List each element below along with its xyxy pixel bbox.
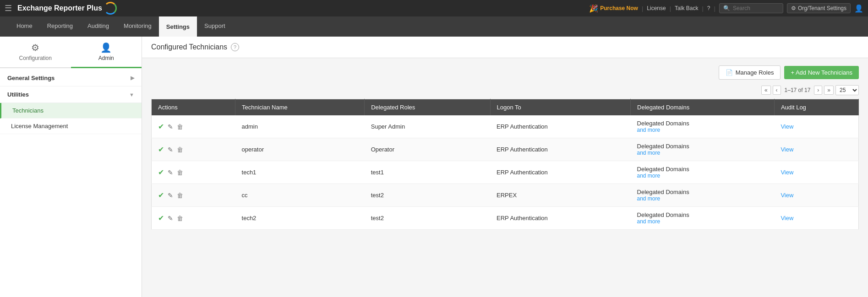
gear-tab-icon: ⚙ bbox=[31, 42, 39, 53]
purchase-icon: 🎉 bbox=[589, 4, 598, 13]
col-audit-log: Audit Log bbox=[774, 99, 858, 116]
nav-auditing[interactable]: Auditing bbox=[80, 16, 116, 37]
activate-icon[interactable]: ✔ bbox=[158, 122, 164, 131]
edit-icon[interactable]: ✎ bbox=[168, 123, 173, 130]
delete-icon[interactable]: 🗑 bbox=[177, 123, 183, 130]
next-page-button[interactable]: › bbox=[814, 86, 822, 95]
admin-tab-label: Admin bbox=[98, 55, 114, 61]
layout: ⚙ Configuration 👤 Admin General Settings… bbox=[0, 37, 868, 297]
page-size-select[interactable]: 25 50 100 bbox=[835, 85, 859, 95]
nav-items: Home Reporting Auditing Monitoring Setti… bbox=[9, 16, 233, 37]
utilities-arrow-icon: ▼ bbox=[129, 92, 134, 97]
edit-icon[interactable]: ✎ bbox=[168, 192, 173, 199]
delete-icon[interactable]: 🗑 bbox=[177, 192, 183, 199]
edit-icon[interactable]: ✎ bbox=[168, 146, 173, 153]
help-icon-button[interactable]: ? bbox=[231, 43, 239, 51]
col-delegated-roles: Delegated Roles bbox=[365, 99, 490, 116]
view-audit-link[interactable]: View bbox=[781, 169, 793, 176]
delete-icon[interactable]: 🗑 bbox=[177, 146, 183, 153]
col-logon-to: Logon To bbox=[490, 99, 630, 116]
table-row: ✔ ✎ 🗑 tech1 test1 ERP Authentication Del… bbox=[152, 161, 859, 184]
brand-logo: Exchange Reporter Plus bbox=[17, 2, 117, 15]
manage-roles-button[interactable]: 📄 Manage Roles bbox=[719, 65, 781, 80]
nav-home[interactable]: Home bbox=[9, 16, 40, 37]
sidebar: ⚙ Configuration 👤 Admin General Settings… bbox=[0, 37, 142, 297]
sidebar-item-license-management[interactable]: License Management bbox=[0, 119, 142, 134]
activate-icon[interactable]: ✔ bbox=[158, 168, 164, 177]
view-audit-link[interactable]: View bbox=[781, 146, 793, 153]
row-audit-log: View bbox=[774, 115, 858, 138]
general-settings-section[interactable]: General Settings ▶ bbox=[0, 70, 142, 86]
brand-arc-icon bbox=[104, 2, 117, 15]
delete-icon[interactable]: 🗑 bbox=[177, 169, 183, 176]
row-delegated-roles: test1 bbox=[365, 161, 490, 184]
nav-settings[interactable]: Settings bbox=[159, 16, 197, 37]
org-settings-button[interactable]: ⚙ Org/Tenant Settings bbox=[787, 3, 851, 13]
view-audit-link[interactable]: View bbox=[781, 215, 793, 221]
sidebar-tab-admin[interactable]: 👤 Admin bbox=[71, 37, 142, 68]
document-icon: 📄 bbox=[726, 69, 733, 76]
row-logon-to: ERP Authentication bbox=[490, 161, 630, 184]
nav-support[interactable]: Support bbox=[197, 16, 233, 37]
delete-icon[interactable]: 🗑 bbox=[177, 215, 183, 222]
main-content: Configured Technicians ? 📄 Manage Roles … bbox=[142, 37, 868, 297]
and-more-link[interactable]: and more bbox=[637, 195, 768, 202]
col-technician-name: Technician Name bbox=[235, 99, 365, 116]
row-audit-log: View bbox=[774, 207, 858, 230]
purchase-button[interactable]: 🎉 Purchase Now bbox=[589, 4, 638, 13]
row-actions: ✔ ✎ 🗑 bbox=[152, 207, 235, 230]
edit-icon[interactable]: ✎ bbox=[168, 169, 173, 176]
activate-icon[interactable]: ✔ bbox=[158, 214, 164, 222]
row-name: tech2 bbox=[235, 207, 365, 230]
sidebar-tabs: ⚙ Configuration 👤 Admin bbox=[0, 37, 142, 68]
utilities-section[interactable]: Utilities ▼ bbox=[0, 86, 142, 103]
last-page-button[interactable]: » bbox=[824, 86, 834, 95]
hamburger-icon[interactable]: ☰ bbox=[5, 3, 12, 13]
content-body: 📄 Manage Roles + Add New Technicians « ‹… bbox=[142, 58, 868, 237]
table-row: ✔ ✎ 🗑 operator Operator ERP Authenticati… bbox=[152, 138, 859, 161]
search-icon: 🔍 bbox=[723, 5, 730, 11]
brand-name: Exchange Reporter Plus bbox=[17, 4, 102, 12]
talkback-link[interactable]: Talk Back bbox=[675, 5, 698, 11]
nav-monitoring[interactable]: Monitoring bbox=[116, 16, 159, 37]
and-more-link[interactable]: and more bbox=[637, 173, 768, 179]
row-delegated-domains: Delegated Domains and more bbox=[631, 138, 775, 161]
activate-icon[interactable]: ✔ bbox=[158, 145, 164, 154]
sidebar-item-technicians[interactable]: Technicians bbox=[0, 103, 142, 119]
edit-icon[interactable]: ✎ bbox=[168, 215, 173, 222]
view-audit-link[interactable]: View bbox=[781, 123, 793, 130]
nav-reporting[interactable]: Reporting bbox=[40, 16, 80, 37]
user-account-icon[interactable]: 👤 bbox=[854, 4, 863, 13]
activate-icon[interactable]: ✔ bbox=[158, 191, 164, 200]
row-actions: ✔ ✎ 🗑 bbox=[152, 138, 235, 161]
sidebar-menu: General Settings ▶ Utilities ▼ Technicia… bbox=[0, 68, 142, 136]
prev-page-button[interactable]: ‹ bbox=[773, 86, 781, 95]
top-bar-left: ☰ Exchange Reporter Plus bbox=[5, 2, 117, 15]
toolbar: 📄 Manage Roles + Add New Technicians bbox=[151, 65, 859, 80]
col-actions: Actions bbox=[152, 99, 235, 116]
row-name: cc bbox=[235, 184, 365, 207]
and-more-link[interactable]: and more bbox=[637, 218, 768, 225]
row-delegated-domains: Delegated Domains and more bbox=[631, 184, 775, 207]
row-actions: ✔ ✎ 🗑 bbox=[152, 184, 235, 207]
search-input[interactable] bbox=[733, 5, 779, 11]
gear-icon: ⚙ bbox=[791, 5, 796, 11]
general-settings-arrow-icon: ▶ bbox=[131, 75, 134, 81]
first-page-button[interactable]: « bbox=[761, 86, 771, 95]
admin-tab-icon: 👤 bbox=[100, 42, 112, 53]
page-title: Configured Technicians bbox=[151, 43, 227, 51]
and-more-link[interactable]: and more bbox=[637, 150, 768, 156]
row-delegated-domains: Delegated Domains and more bbox=[631, 207, 775, 230]
content-header: Configured Technicians ? bbox=[142, 37, 868, 58]
row-delegated-domains: Delegated Domains and more bbox=[631, 115, 775, 138]
license-link[interactable]: License bbox=[647, 5, 666, 11]
row-delegated-roles: Super Admin bbox=[365, 115, 490, 138]
top-bar-right: 🎉 Purchase Now | License | Talk Back | ?… bbox=[589, 3, 863, 13]
view-audit-link[interactable]: View bbox=[781, 192, 793, 199]
and-more-link[interactable]: and more bbox=[637, 127, 768, 133]
table-row: ✔ ✎ 🗑 tech2 test2 ERP Authentication Del… bbox=[152, 207, 859, 230]
technicians-table: Actions Technician Name Delegated Roles … bbox=[151, 99, 859, 230]
add-technicians-button[interactable]: + Add New Technicians bbox=[784, 66, 859, 79]
help-icon[interactable]: ? bbox=[707, 5, 710, 11]
sidebar-tab-configuration[interactable]: ⚙ Configuration bbox=[0, 37, 71, 67]
